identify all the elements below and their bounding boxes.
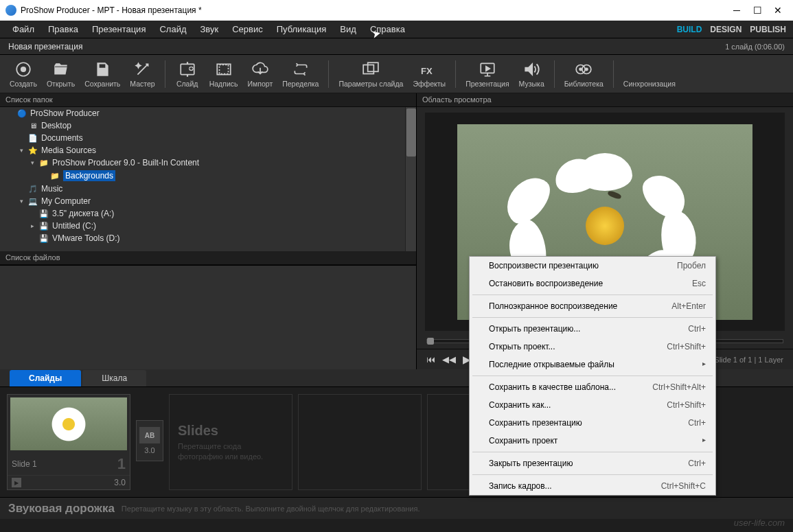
save-icon <box>93 60 111 78</box>
slide-play-icon[interactable]: ▶ <box>12 478 21 487</box>
folder-tree[interactable]: 🔵ProShow Producer🖥Desktop📄Documents▾⭐Med… <box>0 107 416 251</box>
tree-item[interactable]: ▾⭐Media Sources <box>0 144 416 157</box>
presentation-name: Новая презентация <box>8 42 82 51</box>
menu-вид[interactable]: Вид <box>334 22 362 36</box>
menu-правка[interactable]: Правка <box>43 22 84 36</box>
tool-presentation[interactable]: Презентация <box>461 59 513 89</box>
tool-label: Мастер <box>130 80 154 88</box>
mode-design[interactable]: DESIGN <box>710 25 742 34</box>
tool-slide-params[interactable]: Параметры слайда <box>334 59 407 89</box>
slide-params-icon <box>362 60 380 78</box>
ctx-item[interactable]: Сохранить в качестве шаблона...Ctrl+Shif… <box>470 378 715 396</box>
caption-icon <box>215 60 233 78</box>
open-icon <box>52 60 70 78</box>
tool-create[interactable]: Создать <box>5 59 41 89</box>
tree-item[interactable]: 📁Backgrounds <box>0 169 416 183</box>
soundtrack-bar[interactable]: Звуковая дорожка Перетащите музыку в эту… <box>0 497 793 519</box>
tree-item[interactable]: 💾3.5" дискета (A:) <box>0 207 416 220</box>
slide-duration[interactable]: 3.0 <box>114 478 126 487</box>
tool-open[interactable]: Открыть <box>43 59 79 89</box>
scrollbar[interactable] <box>405 107 416 251</box>
tree-item[interactable]: ▾📁ProShow Producer 9.0 - Built-In Conten… <box>0 157 416 169</box>
tool-label: Презентация <box>466 80 509 88</box>
tool-slide[interactable]: Слайд <box>171 59 204 89</box>
ctx-item[interactable]: Сохранить проект▸ <box>470 432 715 450</box>
mode-publish[interactable]: PUBLISH <box>750 25 786 34</box>
create-icon <box>14 60 32 78</box>
tree-item[interactable]: ▸💾Untitled (C:) <box>0 220 416 232</box>
svg-text:FX: FX <box>421 65 433 76</box>
ctx-item[interactable]: Открыть презентацию...Ctrl+ <box>470 320 715 338</box>
close-button[interactable]: ✕ <box>774 6 782 14</box>
ctx-item[interactable]: Полноэкранное воспроизведениеAlt+Enter <box>470 297 715 315</box>
maximize-button[interactable]: ☐ <box>753 6 761 14</box>
menu-справка[interactable]: Справка <box>365 22 411 36</box>
slide-thumbnail-1[interactable]: Slide 1 1 ▶ 3.0 <box>7 394 130 490</box>
desktop-icon: 🖥 <box>27 121 38 130</box>
skip-start-button[interactable]: ⏮ <box>426 354 435 365</box>
tool-library[interactable]: Библиотека <box>560 59 608 89</box>
tool-remix[interactable]: Переделка <box>278 59 323 89</box>
empty-slot[interactable] <box>298 394 422 490</box>
tree-expand-icon[interactable]: ▾ <box>18 147 25 154</box>
menu-презентация[interactable]: Презентация <box>87 22 152 36</box>
ctx-item[interactable]: Запись кадров...Ctrl+Shift+C <box>470 477 715 495</box>
tool-label: Импорт <box>248 80 273 88</box>
menu-сервис[interactable]: Сервис <box>227 22 268 36</box>
ctx-item[interactable]: Открыть проект...Ctrl+Shift+ <box>470 338 715 356</box>
tab-scale[interactable]: Шкала <box>82 370 146 386</box>
menu-публикация[interactable]: Публикация <box>271 22 332 36</box>
file-list-header: Список файлов <box>0 251 416 265</box>
ctx-item[interactable]: Сохранить презентациюCtrl+ <box>470 414 715 432</box>
tree-item[interactable]: 🔵ProShow Producer <box>0 107 416 119</box>
mode-build[interactable]: BUILD <box>677 25 702 34</box>
tree-expand-icon[interactable]: ▾ <box>29 159 36 166</box>
tool-label: Создать <box>10 80 37 88</box>
menu-слайд[interactable]: Слайд <box>154 22 192 36</box>
svg-point-1 <box>21 67 26 71</box>
tree-label: Media Sources <box>41 146 96 155</box>
ctx-label: Открыть проект... <box>489 342 555 351</box>
drop-hint[interactable]: Slides Перетащите сюда фотографию или ви… <box>169 394 292 490</box>
tree-expand-icon[interactable]: ▸ <box>29 222 36 229</box>
app-icon: 🔵 <box>16 108 27 118</box>
tab-slides[interactable]: Слайды <box>10 370 81 386</box>
ctx-item[interactable]: Закрыть презентациюCtrl+ <box>470 454 715 472</box>
ctx-item[interactable]: Остановить воспроизведениеEsc <box>470 275 715 292</box>
menu-звук[interactable]: Звук <box>194 22 224 36</box>
ctx-item[interactable]: Воспроизвести презентациюПробел <box>470 257 715 275</box>
file-list[interactable] <box>0 265 416 369</box>
tool-label: Эффекты <box>413 80 446 88</box>
tool-sync[interactable]: Синхронизация <box>619 59 680 89</box>
tool-music[interactable]: Музыка <box>515 59 549 89</box>
tool-import[interactable]: Импорт <box>244 59 277 89</box>
titlebar: ProShow Producer - MPT - Новая презентац… <box>0 0 793 21</box>
tree-item[interactable]: 🎵Music <box>0 183 416 195</box>
transition-duration[interactable]: 3.0 <box>144 446 154 454</box>
library-icon <box>575 60 593 78</box>
ctx-label: Последние открываемые файлы <box>489 360 614 369</box>
menu-файл[interactable]: Файл <box>7 22 40 36</box>
app-icon <box>5 5 16 16</box>
tree-item[interactable]: 📄Documents <box>0 132 416 144</box>
minimize-button[interactable]: ─ <box>733 6 741 14</box>
tree-expand-icon[interactable]: ▾ <box>18 198 25 205</box>
ctx-shortcut: Esc <box>692 279 706 288</box>
ctx-item[interactable]: Последние открываемые файлы▸ <box>470 356 715 373</box>
tree-item[interactable]: 💾VMware Tools (D:) <box>0 232 416 244</box>
transition-box[interactable]: AB 3.0 <box>136 420 163 461</box>
prev-button[interactable]: ◀◀ <box>442 354 456 365</box>
ctx-label: Воспроизвести презентацию <box>489 261 599 270</box>
slide-count-info: 1 слайд (0:06.00) <box>725 43 785 51</box>
tool-label: Библиотека <box>564 80 604 88</box>
tool-save[interactable]: Сохранить <box>80 59 124 89</box>
import-icon <box>251 60 269 78</box>
toolbar: СоздатьОткрытьСохранитьМастерСлайдНадпис… <box>0 55 793 93</box>
ctx-item[interactable]: Сохранить как...Ctrl+Shift+ <box>470 396 715 414</box>
tree-item[interactable]: ▾💻My Computer <box>0 195 416 207</box>
tool-wizard[interactable]: Мастер <box>126 59 159 89</box>
tool-effects[interactable]: FXЭффекты <box>409 59 450 89</box>
tree-item[interactable]: 🖥Desktop <box>0 119 416 132</box>
drive-icon: 💾 <box>38 233 49 243</box>
tool-caption[interactable]: Надпись <box>205 59 242 89</box>
